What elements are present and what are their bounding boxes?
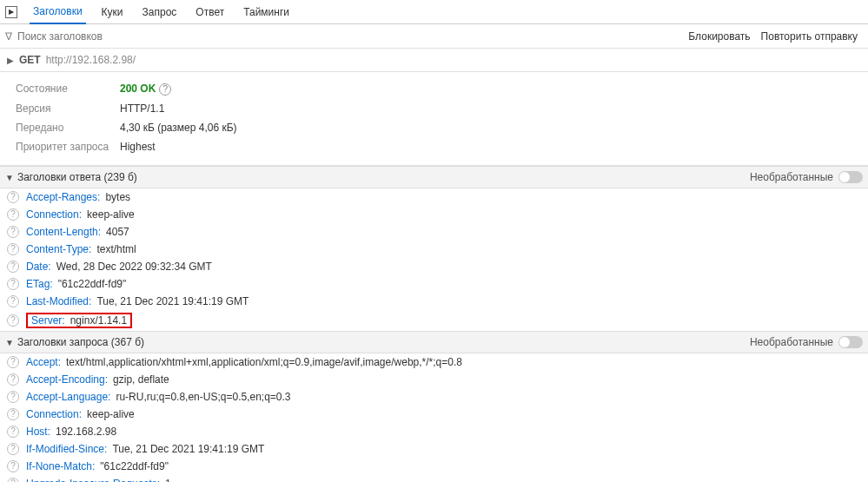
block-button[interactable]: Блокировать	[683, 30, 755, 43]
header-row: ?Upgrade-Insecure-Requests:1	[0, 475, 868, 482]
request-method: GET	[19, 54, 41, 66]
help-icon[interactable]: ?	[159, 83, 171, 96]
header-value: 4057	[106, 226, 129, 238]
help-icon[interactable]: ?	[7, 460, 19, 472]
header-name[interactable]: If-None-Match:	[26, 460, 95, 472]
header-row: ?Accept-Encoding:gzip, deflate	[0, 371, 868, 388]
header-name[interactable]: Accept-Ranges:	[26, 191, 100, 203]
header-value: 192.168.2.98	[56, 426, 116, 438]
help-icon[interactable]: ?	[7, 191, 19, 203]
header-row: ?Date:Wed, 28 Dec 2022 09:32:34 GMT	[0, 258, 868, 275]
header-name[interactable]: Connection:	[26, 408, 82, 420]
priority-value: Highest	[120, 141, 156, 153]
header-row: ?Server:nginx/1.14.1	[0, 310, 868, 331]
header-name[interactable]: Accept-Language:	[26, 391, 110, 403]
state-label: Состояние	[16, 83, 120, 96]
transferred-label: Передано	[16, 122, 120, 134]
help-icon[interactable]: ?	[7, 243, 19, 255]
header-value: Tue, 21 Dec 2021 19:41:19 GMT	[96, 295, 248, 307]
raw-label: Необработанные	[750, 336, 833, 348]
chevron-right-icon: ▶	[7, 56, 14, 65]
header-row: ?Connection:keep-alive	[0, 206, 868, 223]
header-value: text/html,application/xhtml+xml,applicat…	[66, 356, 462, 368]
header-name[interactable]: Accept:	[26, 356, 61, 368]
header-value: nginx/1.14.1	[70, 314, 127, 327]
header-name[interactable]: Last-Modified:	[26, 295, 91, 307]
help-icon[interactable]: ?	[7, 208, 19, 221]
header-value: ru-RU,ru;q=0.8,en-US;q=0.5,en;q=0.3	[116, 391, 290, 403]
tab-response[interactable]: Ответ	[192, 1, 228, 23]
header-name[interactable]: Accept-Encoding:	[26, 373, 108, 386]
help-icon[interactable]: ?	[7, 356, 19, 368]
help-icon[interactable]: ?	[7, 373, 19, 386]
header-row: ?Accept:text/html,application/xhtml+xml,…	[0, 353, 868, 371]
help-icon[interactable]: ?	[7, 408, 19, 420]
header-value: text/html	[96, 243, 136, 255]
chevron-down-icon: ▼	[5, 173, 14, 182]
tab-headers[interactable]: Заголовки	[30, 0, 86, 24]
header-name[interactable]: Content-Type:	[26, 243, 91, 255]
search-input[interactable]	[17, 30, 683, 43]
filter-icon: ∇	[5, 30, 12, 43]
header-value: 1	[165, 478, 171, 482]
tab-cookies[interactable]: Куки	[98, 1, 127, 23]
request-url: http://192.168.2.98/	[46, 54, 136, 66]
header-row: ?Host:192.168.2.98	[0, 423, 868, 440]
request-headers-section[interactable]: ▼ Заголовки запроса (367 б) Необработанн…	[0, 331, 868, 353]
version-value: HTTP/1.1	[120, 102, 164, 115]
header-value: bytes	[105, 191, 130, 203]
raw-toggle-request[interactable]	[838, 336, 863, 348]
header-name[interactable]: Connection:	[26, 208, 82, 221]
header-name[interactable]: Content-Length:	[26, 226, 101, 238]
help-icon[interactable]: ?	[7, 443, 19, 455]
tab-timings[interactable]: Тайминги	[240, 1, 293, 23]
header-name[interactable]: Upgrade-Insecure-Requests:	[26, 478, 160, 482]
raw-label: Необработанные	[750, 171, 833, 183]
help-icon[interactable]: ?	[7, 391, 19, 403]
chevron-down-icon: ▼	[5, 338, 14, 347]
header-name[interactable]: Server:	[31, 314, 65, 327]
request-summary-row[interactable]: ▶ GET http://192.168.2.98/	[0, 49, 868, 72]
header-value: Tue, 21 Dec 2021 19:41:19 GMT	[112, 443, 264, 455]
version-label: Версия	[16, 102, 120, 115]
help-icon[interactable]: ?	[7, 226, 19, 238]
header-row: ?Content-Length:4057	[0, 223, 868, 241]
request-section-title: Заголовки запроса (367 б)	[17, 336, 750, 348]
header-name[interactable]: Host:	[26, 426, 50, 438]
help-icon[interactable]: ?	[7, 426, 19, 438]
help-icon[interactable]: ?	[7, 314, 19, 327]
header-row: ?Content-Type:text/html	[0, 241, 868, 258]
header-value: gzip, deflate	[113, 373, 169, 386]
header-value: keep-alive	[87, 408, 135, 420]
header-value: Wed, 28 Dec 2022 09:32:34 GMT	[56, 261, 212, 273]
raw-toggle-response[interactable]	[838, 171, 863, 183]
header-name[interactable]: ETag:	[26, 278, 53, 290]
header-row: ?Accept-Language:ru-RU,ru;q=0.8,en-US;q=…	[0, 388, 868, 406]
header-value: keep-alive	[87, 208, 135, 221]
help-icon[interactable]: ?	[7, 278, 19, 290]
help-icon[interactable]: ?	[7, 478, 19, 482]
help-icon[interactable]: ?	[7, 261, 19, 273]
header-row: ?If-None-Match:"61c22ddf-fd9"	[0, 458, 868, 475]
transferred-value: 4,30 кБ (размер 4,06 кБ)	[120, 122, 237, 134]
tabs-bar: ▶ Заголовки Куки Запрос Ответ Тайминги	[0, 0, 868, 24]
filter-bar: ∇ Блокировать Повторить отправку	[0, 24, 868, 49]
header-row: ?ETag:"61c22ddf-fd9"	[0, 275, 868, 293]
header-value: "61c22ddf-fd9"	[100, 460, 169, 472]
status-code: 200 OK	[120, 83, 156, 95]
panel-toggle-icon[interactable]: ▶	[5, 6, 17, 18]
highlighted-header: Server:nginx/1.14.1	[26, 313, 132, 328]
header-row: ?Last-Modified:Tue, 21 Dec 2021 19:41:19…	[0, 293, 868, 310]
tab-request[interactable]: Запрос	[139, 1, 181, 23]
header-value: "61c22ddf-fd9"	[58, 278, 127, 290]
header-name[interactable]: Date:	[26, 261, 51, 273]
resend-button[interactable]: Повторить отправку	[756, 30, 863, 43]
summary-block: Состояние 200 OK? Версия HTTP/1.1 Переда…	[0, 72, 868, 166]
header-row: ?Connection:keep-alive	[0, 406, 868, 423]
header-row: ?Accept-Ranges:bytes	[0, 188, 868, 206]
header-name[interactable]: If-Modified-Since:	[26, 443, 107, 455]
response-headers-section[interactable]: ▼ Заголовки ответа (239 б) Необработанны…	[0, 166, 868, 188]
help-icon[interactable]: ?	[7, 295, 19, 307]
header-row: ?If-Modified-Since:Tue, 21 Dec 2021 19:4…	[0, 440, 868, 458]
priority-label: Приоритет запроса	[16, 141, 120, 153]
